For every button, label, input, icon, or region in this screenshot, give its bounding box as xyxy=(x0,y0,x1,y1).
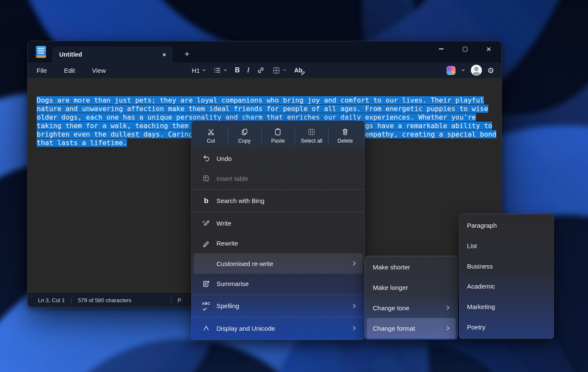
marketing-label: Marketing xyxy=(467,303,547,310)
search-with-bing-label: Search with Bing xyxy=(216,197,357,204)
undo-icon xyxy=(202,154,210,163)
chevron-right-icon xyxy=(445,325,450,331)
notepad-app-icon xyxy=(36,46,46,58)
menu-item-paragraph[interactable]: Paragraph xyxy=(459,215,553,236)
customised-rewrite-label: Customised re-write xyxy=(216,260,352,267)
divider xyxy=(71,297,72,303)
editor-line: nature and unwavering affection make the… xyxy=(37,105,502,113)
heading-label: H1 xyxy=(192,67,200,74)
paste-button[interactable]: Paste xyxy=(262,123,295,148)
minimize-button[interactable] xyxy=(429,41,453,57)
heading-style-dropdown[interactable]: H1 xyxy=(192,67,206,74)
close-icon: ✕ xyxy=(486,46,492,52)
undo-label: Undo xyxy=(216,155,357,162)
menu-edit[interactable]: Edit xyxy=(64,67,75,74)
caret-icon xyxy=(202,324,210,332)
display-and-unicode-label: Display and Unicode xyxy=(216,325,352,332)
change-format-submenu: Paragraph List Business Academic Marketi… xyxy=(459,214,554,339)
divider xyxy=(171,297,171,303)
link-button[interactable] xyxy=(257,66,265,74)
editor-line: Dogs are more than just pets; they are l… xyxy=(37,96,502,105)
table-icon xyxy=(272,66,280,74)
rewrite-label: Rewrite xyxy=(216,240,357,247)
copilot-chevron-down-icon[interactable] xyxy=(461,68,465,72)
status-mode: P xyxy=(178,297,182,303)
menu-item-undo[interactable]: Undo xyxy=(192,148,364,168)
menu-item-customised-rewrite[interactable]: Customised re-write xyxy=(193,253,363,273)
business-label: Business xyxy=(467,263,547,270)
copilot-icon[interactable] xyxy=(447,66,455,75)
select-all-label: Select all xyxy=(301,138,323,144)
menu-item-search-with-bing[interactable]: b Search with Bing xyxy=(192,191,364,211)
bullet-list-icon xyxy=(213,66,221,74)
menu-item-summarise[interactable]: Summarise xyxy=(192,274,364,294)
context-menu: Cut Copy Paste Select all Delete Undo xyxy=(191,120,365,340)
menu-item-make-shorter[interactable]: Make shorter xyxy=(365,257,457,278)
eraser-icon xyxy=(301,71,306,75)
menu-item-rewrite[interactable]: Rewrite xyxy=(192,233,364,253)
copy-button[interactable]: Copy xyxy=(228,123,261,148)
maximize-icon xyxy=(463,47,467,52)
copy-icon xyxy=(240,128,249,136)
select-all-icon xyxy=(307,128,316,136)
cut-button[interactable]: Cut xyxy=(194,123,228,148)
write-label: Write xyxy=(216,220,357,227)
table-dropdown[interactable] xyxy=(272,66,287,74)
delete-icon xyxy=(341,128,349,136)
chevron-right-icon xyxy=(352,325,357,331)
menu-item-make-longer[interactable]: Make longer xyxy=(365,278,457,298)
cut-icon xyxy=(207,128,215,136)
quick-actions-row: Cut Copy Paste Select all Delete xyxy=(192,122,364,148)
menu-item-write[interactable]: Write xyxy=(192,213,364,233)
summarise-label: Summarise xyxy=(216,280,357,287)
command-bar: File Edit View H1 B I Ab xyxy=(28,63,502,78)
make-shorter-label: Make shorter xyxy=(373,263,450,271)
select-all-button[interactable]: Select all xyxy=(295,123,328,148)
bing-icon: b xyxy=(202,197,210,205)
delete-button[interactable]: Delete xyxy=(329,123,362,148)
academic-label: Academic xyxy=(467,283,547,290)
menu-item-list[interactable]: List xyxy=(459,236,553,256)
chevron-right-icon xyxy=(445,305,450,311)
new-tab-button[interactable]: + xyxy=(180,47,194,61)
insert-table-label: Insert table xyxy=(216,175,357,182)
cursor-position: Ln 3, Col 1 xyxy=(38,297,65,303)
chevron-down-icon xyxy=(282,68,287,72)
menu-item-spelling[interactable]: ABC Spelling xyxy=(192,296,364,316)
customised-rewrite-submenu: Make shorter Make longer Change tone Cha… xyxy=(365,256,458,340)
bold-button[interactable]: B xyxy=(235,66,240,74)
paste-label: Paste xyxy=(271,138,285,144)
menu-item-poetry[interactable]: Poetry xyxy=(459,317,553,337)
menu-file[interactable]: File xyxy=(37,67,47,74)
poetry-label: Poetry xyxy=(467,323,547,331)
menu-item-display-and-unicode[interactable]: Display and Unicode xyxy=(192,318,364,338)
clear-formatting-button[interactable]: Ab xyxy=(294,67,302,74)
change-tone-label: Change tone xyxy=(373,304,445,312)
maximize-button[interactable] xyxy=(453,41,477,57)
menu-item-academic[interactable]: Academic xyxy=(459,276,553,297)
cut-label: Cut xyxy=(207,138,215,144)
summarise-icon xyxy=(202,280,210,288)
menu-item-business[interactable]: Business xyxy=(459,256,553,276)
minimize-icon xyxy=(439,49,444,49)
italic-button[interactable]: I xyxy=(247,66,250,74)
menu-item-insert-table[interactable]: Insert table xyxy=(192,169,364,189)
menu-item-marketing[interactable]: Marketing xyxy=(459,297,553,317)
make-longer-label: Make longer xyxy=(373,284,450,291)
rewrite-pen-icon xyxy=(202,239,210,248)
menu-item-change-format[interactable]: Change format xyxy=(367,318,455,338)
list-style-dropdown[interactable] xyxy=(213,66,228,74)
write-pencil-icon xyxy=(202,219,210,227)
list-label: List xyxy=(467,242,547,249)
chevron-right-icon xyxy=(352,260,357,266)
spelling-icon: ABC xyxy=(202,302,210,310)
close-button[interactable]: ✕ xyxy=(477,41,501,57)
copy-label: Copy xyxy=(238,138,251,144)
settings-gear-icon[interactable]: ⚙ xyxy=(487,66,494,75)
insert-table-icon xyxy=(202,174,210,183)
title-bar: Untitled + ✕ xyxy=(28,41,502,63)
account-avatar[interactable] xyxy=(471,65,482,76)
tab-untitled[interactable]: Untitled xyxy=(52,46,173,63)
menu-view[interactable]: View xyxy=(92,67,106,74)
menu-item-change-tone[interactable]: Change tone xyxy=(365,298,457,318)
